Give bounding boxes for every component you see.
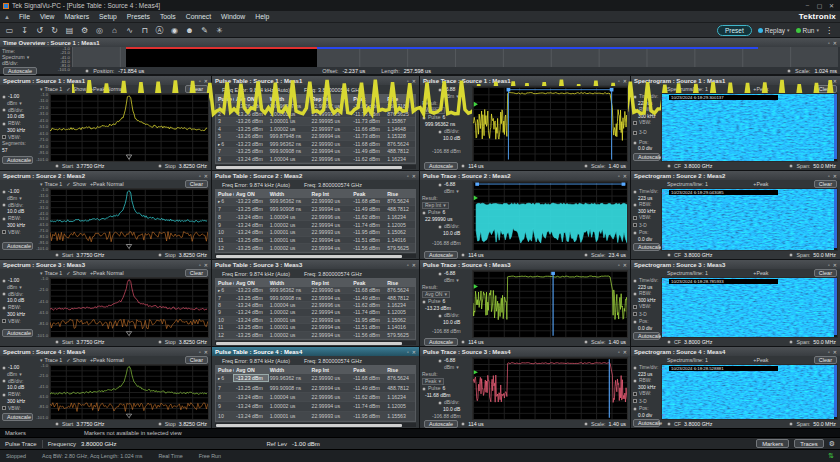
ref-lev-value[interactable]: -1.00 dBm (292, 441, 320, 447)
panel-title-bar[interactable]: Pulse Table : Source 3 : Meas3▫✕ (212, 260, 419, 269)
table-cell[interactable]: 1.12005 (385, 222, 415, 228)
table-cell[interactable]: -11.62 dBm (351, 302, 385, 308)
table-cell[interactable]: 1.00001 us (268, 413, 310, 419)
radio-icon[interactable] (667, 422, 671, 426)
span-value[interactable]: 50.0 MHz (813, 339, 836, 345)
vbw-checkbox[interactable]: VBW: (633, 215, 660, 221)
marker-handle[interactable] (551, 272, 555, 275)
column-header[interactable]: Width (268, 280, 310, 286)
vbw-checkbox[interactable]: VBW: (633, 304, 660, 310)
close-icon[interactable]: ✕ (412, 262, 416, 268)
restore-icon[interactable]: ▫ (407, 262, 409, 268)
close-icon[interactable]: ✕ (623, 262, 627, 268)
column-header[interactable]: Width (268, 367, 310, 373)
marker-handle[interactable] (507, 88, 511, 92)
result-dropdown[interactable]: Avg ON▾ (422, 291, 450, 298)
menu-item-setup[interactable]: Setup (94, 13, 122, 20)
unit-dropdown[interactable]: dBm▾ (422, 365, 471, 371)
vertical-scrollbar[interactable] (834, 94, 837, 161)
clear-button[interactable]: Clear (185, 269, 208, 277)
frequency-marker-icon[interactable] (126, 245, 131, 249)
detector-dropdown[interactable]: +Peak Normal (90, 270, 124, 276)
scrollbar-thumb[interactable] (216, 255, 402, 258)
close-icon[interactable]: ✕ (204, 262, 208, 268)
column-header[interactable]: Rep Int (310, 280, 352, 286)
table-cell[interactable]: 10 (216, 413, 234, 419)
table-cell[interactable]: 22.99996 us (310, 214, 352, 220)
table-cell[interactable]: 999.96362 ns (268, 287, 310, 293)
threed-checkbox[interactable]: 3-D (633, 312, 660, 318)
horizontal-scrollbar[interactable] (215, 254, 416, 258)
preset-button[interactable]: Preset (717, 25, 752, 36)
radio-icon[interactable] (158, 340, 162, 344)
table-cell[interactable]: -13.25 dBm (234, 324, 268, 330)
position-value[interactable]: 114 us (468, 421, 484, 427)
panel-title-bar[interactable]: Spectrogram : Source 3 : Meas3▫✕ (631, 260, 840, 269)
table-cell[interactable]: -11.56 dBm (351, 332, 385, 338)
table-cell[interactable]: 1.00001 us (268, 237, 310, 243)
scrollbar-thumb[interactable] (834, 365, 837, 417)
threed-checkbox[interactable]: 3-D (633, 223, 660, 229)
table-cell[interactable]: ▸6 (216, 375, 234, 381)
radio-icon[interactable] (55, 422, 59, 426)
table-cell[interactable]: -11.68 dBm (351, 287, 385, 293)
frequency-marker-icon[interactable] (126, 414, 131, 418)
table-cell[interactable]: 22.99996 us (310, 302, 352, 308)
minimize-icon[interactable]: – (802, 2, 813, 9)
marker-handle[interactable] (622, 183, 626, 186)
menu-item-connect[interactable]: Connect (181, 13, 216, 20)
table-cell[interactable]: 22.99993 us (310, 229, 352, 235)
table-cell[interactable]: 11 (216, 237, 234, 243)
settings-icon[interactable]: ⚙ (78, 24, 91, 36)
pulse-trace-plot[interactable] (472, 86, 628, 162)
table-row[interactable]: 10-13.24 dBm1.00001 us22.99993 us-11.95 … (216, 317, 415, 324)
vertical-scrollbar[interactable] (834, 189, 837, 250)
app-menu-icon[interactable]: ▲ (4, 14, 10, 20)
table-cell[interactable]: 22.99994 us (310, 245, 352, 251)
marker-handle[interactable] (475, 183, 479, 186)
table-cell[interactable]: -13.25 dBm (234, 295, 268, 301)
position-control[interactable]: Pos: (633, 230, 660, 236)
table-cell[interactable]: 1.15062 (385, 317, 415, 323)
radio-icon[interactable] (584, 340, 588, 344)
user-icon[interactable]: ☻ (183, 24, 196, 36)
panel-title-bar[interactable]: Spectrum : Source 4 : Meas4▫✕ (0, 347, 211, 356)
span-value[interactable]: 50.0 MHz (813, 421, 836, 427)
threed-checkbox[interactable]: 3-D (633, 399, 660, 405)
radio-icon[interactable] (55, 164, 59, 168)
table-cell[interactable]: -13.25 dBm (234, 206, 268, 212)
table-cell[interactable]: -13.24 dBm (234, 403, 268, 409)
clear-button[interactable]: Clear (814, 356, 837, 364)
table-cell[interactable]: 1.15062 (385, 229, 415, 235)
table-cell[interactable]: -13.25 dBm (234, 385, 268, 391)
table-row[interactable]: 12-13.25 dBm1.00002 us22.99994 us-11.56 … (216, 244, 415, 252)
restore-icon[interactable]: ▫ (618, 349, 620, 355)
panel-title-bar[interactable]: Pulse Table : Source 4 : Meas4▫✕ (212, 347, 419, 356)
save-icon[interactable]: ↧ (18, 24, 31, 36)
edit-icon[interactable]: ✎ (198, 24, 211, 36)
table-cell[interactable]: 7 (216, 206, 234, 212)
markers-button[interactable]: Markers (756, 439, 789, 448)
autoscale-button[interactable]: Autoscale (424, 251, 458, 259)
table-cell[interactable]: -13.24 dBm (234, 222, 268, 228)
close-icon[interactable]: ✕ (833, 40, 837, 46)
spectrum-plot[interactable] (49, 188, 209, 251)
table-cell[interactable]: 1.00002 us (268, 332, 310, 338)
table-row[interactable]: 10-13.24 dBm1.00001 us22.99993 us-11.95 … (216, 412, 415, 421)
table-cell[interactable]: -11.51 dBm (351, 237, 385, 243)
table-cell[interactable]: 1.00002 us (268, 245, 310, 251)
unit-dropdown[interactable]: dBm▾ (2, 285, 33, 291)
table-row[interactable]: 7-13.25 dBm999.90908 ns22.99994 us-11.49… (216, 206, 415, 214)
restore-icon[interactable]: ▫ (828, 262, 830, 268)
table-cell[interactable]: 12 (216, 245, 234, 251)
ref-level-control[interactable]: -1.00 (2, 278, 33, 284)
unit-dropdown[interactable]: dBm▾ (2, 196, 33, 202)
ref-level-control[interactable]: -6.88 (422, 358, 471, 364)
vbw-checkbox[interactable]: VBW: (2, 406, 33, 412)
position-control[interactable]: Pos: (633, 319, 660, 325)
table-cell[interactable]: 1.12005 (385, 309, 415, 315)
table-cell[interactable]: -13.23 dBm (234, 287, 268, 293)
run-control[interactable]: Run ▾ (796, 27, 819, 34)
table-cell[interactable]: 22.99994 us (310, 237, 352, 243)
result-dropdown[interactable]: Peak▾ (422, 378, 444, 385)
